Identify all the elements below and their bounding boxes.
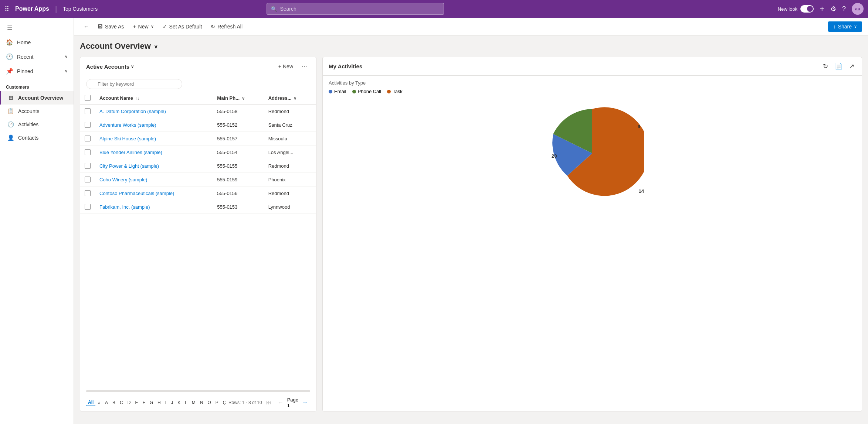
account-name-cell[interactable]: Adventure Works (sample): [95, 118, 213, 132]
account-name-cell[interactable]: Contoso Pharmaceuticals (sample): [95, 187, 213, 200]
row-checkbox[interactable]: [85, 163, 91, 169]
alpha-item-p[interactable]: P: [214, 399, 220, 406]
active-accounts-title[interactable]: Active Accounts ∨: [86, 64, 134, 70]
waffle-icon[interactable]: ⠿: [4, 5, 9, 13]
table-row: Adventure Works (sample) 555-0152 Santa …: [80, 118, 316, 132]
hamburger-menu[interactable]: ☰: [0, 21, 74, 35]
row-checkbox[interactable]: [85, 122, 91, 128]
page-title: Account Overview: [80, 41, 151, 51]
sidebar-account-overview-label: Account Overview: [18, 95, 63, 101]
phone-cell: 555-0157: [213, 132, 264, 146]
account-name-cell[interactable]: Coho Winery (sample): [95, 173, 213, 187]
address-cell: Redmond: [264, 104, 316, 118]
address-cell: Santa Cruz: [264, 118, 316, 132]
account-name-cell[interactable]: Blue Yonder Airlines (sample): [95, 146, 213, 159]
alpha-item-d[interactable]: D: [126, 399, 133, 406]
alpha-item-e[interactable]: E: [133, 399, 140, 406]
col-main-phone[interactable]: Main Ph... ∨: [213, 92, 264, 104]
address-cell: Redmond: [264, 159, 316, 173]
phone-cell: 555-0154: [213, 146, 264, 159]
account-name-cell[interactable]: Fabrikam, Inc. (sample): [95, 200, 213, 214]
table-row: A. Datum Corporation (sample) 555-0158 R…: [80, 104, 316, 118]
account-name-cell[interactable]: A. Datum Corporation (sample): [95, 104, 213, 118]
filter-input[interactable]: [86, 79, 182, 89]
horizontal-scrollbar[interactable]: [86, 390, 310, 392]
row-checkbox[interactable]: [85, 136, 91, 141]
address-sort-icon: ∨: [294, 96, 296, 100]
panel-new-button[interactable]: + New: [275, 62, 296, 71]
activities-view-button[interactable]: 📄: [833, 62, 844, 71]
next-page-button[interactable]: →: [300, 399, 310, 407]
account-name-cell[interactable]: Alpine Ski House (sample): [95, 132, 213, 146]
sidebar-item-pinned[interactable]: 📌 Pinned ∨: [0, 64, 74, 78]
alpha-item-f[interactable]: F: [140, 399, 147, 406]
avatar[interactable]: au: [852, 3, 864, 15]
page-header-chevron-icon[interactable]: ∨: [154, 43, 158, 50]
search-input[interactable]: [280, 6, 440, 12]
new-button[interactable]: + New ∨: [129, 21, 157, 32]
alpha-item-o[interactable]: O: [206, 399, 213, 406]
refresh-all-button[interactable]: ↻ Refresh All: [207, 21, 246, 32]
activities-export-button[interactable]: ↗: [848, 62, 856, 71]
alpha-item-l[interactable]: L: [183, 399, 189, 406]
activities-refresh-button[interactable]: ↻: [821, 62, 830, 71]
sidebar-item-contacts[interactable]: 👤 Contacts: [0, 131, 74, 144]
add-button[interactable]: +: [820, 4, 824, 14]
alpha-item-n[interactable]: N: [198, 399, 205, 406]
alpha-item-#[interactable]: #: [96, 399, 102, 406]
account-name-cell[interactable]: City Power & Light (sample): [95, 159, 213, 173]
sidebar-accounts-label: Accounts: [18, 108, 40, 114]
back-button[interactable]: ←: [80, 21, 92, 32]
sidebar-item-activities[interactable]: 🕐 Activities: [0, 118, 74, 131]
share-button[interactable]: ↑ Share ∨: [828, 21, 862, 32]
row-checkbox[interactable]: [85, 149, 91, 155]
row-checkbox[interactable]: [85, 204, 91, 210]
app-name: Power Apps: [15, 6, 49, 12]
rows-info: Rows: 1 - 8 of 10: [228, 400, 262, 405]
alpha-item-c[interactable]: C: [118, 399, 125, 406]
accounts-panel: Active Accounts ∨ + New ⋯: [80, 57, 316, 411]
account-overview-icon: ⊞: [7, 95, 14, 101]
table-head: Account Name ↑↓ Main Ph... ∨ Address...: [80, 92, 316, 104]
settings-button[interactable]: ⚙: [830, 5, 836, 13]
alpha-item-i[interactable]: I: [163, 399, 168, 406]
alpha-item-k[interactable]: K: [176, 399, 182, 406]
help-button[interactable]: ?: [842, 5, 846, 13]
alpha-item-h[interactable]: H: [156, 399, 163, 406]
sidebar-item-recent[interactable]: 🕐 Recent ∨: [0, 49, 74, 64]
set-as-default-button[interactable]: ✓ Set As Default: [159, 21, 206, 32]
sidebar-item-accounts[interactable]: 📋 Accounts: [0, 105, 74, 118]
prev-page-button[interactable]: ←: [275, 399, 286, 407]
alpha-item-m[interactable]: M: [190, 399, 197, 406]
row-checkbox[interactable]: [85, 177, 91, 182]
share-chevron-icon: ∨: [854, 24, 857, 29]
main-layout: ☰ 🏠 Home 🕐 Recent ∨ 📌 Pinned ∨ Customers…: [0, 18, 868, 424]
alpha-item-j[interactable]: J: [169, 399, 175, 406]
row-checkbox[interactable]: [85, 108, 91, 114]
row-checkbox[interactable]: [85, 190, 91, 196]
alpha-item-a[interactable]: A: [103, 399, 110, 406]
page-content: Account Overview ∨ Active Accounts ∨ +: [74, 35, 868, 424]
new-look-toggle[interactable]: [800, 5, 814, 13]
sidebar-home-label: Home: [17, 40, 31, 45]
panel-more-button[interactable]: ⋯: [299, 62, 310, 71]
top-nav: ⠿ Power Apps | Top Customers 🔍 New look …: [0, 0, 868, 18]
alpha-item-g[interactable]: G: [148, 399, 155, 406]
first-page-button[interactable]: ⏮: [264, 399, 274, 407]
phone-cell: 555-0158: [213, 104, 264, 118]
alpha-item-all[interactable]: All: [86, 399, 95, 406]
col-address[interactable]: Address... ∨: [264, 92, 316, 104]
legend-phone-call: Phone Call: [352, 89, 382, 94]
select-all-checkbox[interactable]: [85, 95, 91, 101]
activities-actions: ↻ 📄 ↗: [821, 62, 856, 71]
task-value-label: 20: [552, 153, 557, 159]
content-row: Active Accounts ∨ + New ⋯: [80, 57, 862, 411]
alpha-item-b[interactable]: B: [111, 399, 117, 406]
alpha-item-q[interactable]: Q: [221, 399, 226, 406]
col-account-name[interactable]: Account Name ↑↓: [95, 92, 213, 104]
save-as-button[interactable]: 🖫 Save As: [94, 21, 128, 32]
sidebar-item-home[interactable]: 🏠 Home: [0, 35, 74, 49]
sidebar-item-account-overview[interactable]: ⊞ Account Overview: [0, 91, 74, 105]
panel-new-icon: +: [278, 64, 281, 69]
sort-icon: ↑↓: [135, 96, 139, 100]
